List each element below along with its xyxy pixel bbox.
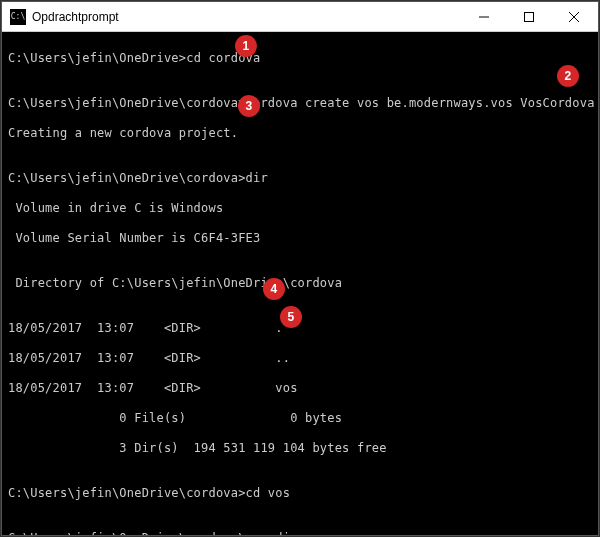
- annotation-3: 3: [238, 95, 260, 117]
- maximize-button[interactable]: [506, 3, 551, 31]
- window-title: Opdrachtprompt: [32, 10, 461, 24]
- annotation-1: 1: [235, 35, 257, 57]
- command-text: cd vos: [246, 486, 291, 500]
- prompt: C:\Users\jefin\OneDrive>: [8, 51, 186, 65]
- titlebar[interactable]: C:\ Opdrachtprompt: [2, 2, 598, 32]
- cmd-icon: C:\: [10, 9, 26, 25]
- annotation-5: 5: [280, 306, 302, 328]
- prompt: C:\Users\jefin\OneDrive\cordova>: [8, 96, 246, 110]
- svg-rect-1: [524, 12, 533, 21]
- annotation-4: 4: [263, 278, 285, 300]
- command-text: dir: [275, 531, 297, 535]
- command-text: dir: [246, 171, 268, 185]
- prompt: C:\Users\jefin\OneDrive\cordova>: [8, 486, 246, 500]
- command-text: cordova create vos be.modernways.vos Vos…: [246, 96, 595, 110]
- prompt: C:\Users\jefin\OneDrive\cordova>: [8, 171, 246, 185]
- terminal-output[interactable]: C:\Users\jefin\OneDrive>cd cordova C:\Us…: [2, 32, 598, 535]
- minimize-button[interactable]: [461, 3, 506, 31]
- close-button[interactable]: [551, 3, 596, 31]
- dir-row: 18/05/2017 13:07 <DIR> ..: [8, 351, 592, 366]
- prompt: C:\Users\jefin\OneDrive\cordova\vos>: [8, 531, 275, 535]
- dir-summary: 0 File(s) 0 bytes: [8, 411, 592, 426]
- output-line: Creating a new cordova project.: [8, 126, 592, 141]
- annotation-2: 2: [557, 65, 579, 87]
- output-line: Directory of C:\Users\jefin\OneDrive\cor…: [8, 276, 592, 291]
- output-line: Volume Serial Number is C6F4-3FE3: [8, 231, 592, 246]
- output-line: Volume in drive C is Windows: [8, 201, 592, 216]
- command-prompt-window: C:\ Opdrachtprompt C:\Users\jefin\OneDri…: [1, 1, 599, 536]
- dir-row: 18/05/2017 13:07 <DIR> vos: [8, 381, 592, 396]
- dir-summary: 3 Dir(s) 194 531 119 104 bytes free: [8, 441, 592, 456]
